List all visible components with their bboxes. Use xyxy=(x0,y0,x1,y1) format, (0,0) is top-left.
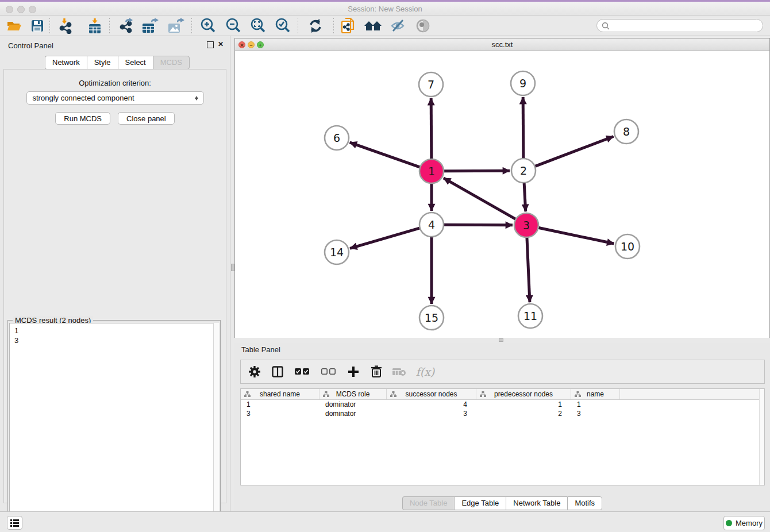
open-session-icon[interactable] xyxy=(5,18,24,34)
clear-table-icon xyxy=(392,365,406,379)
table-scrollbar[interactable] xyxy=(759,389,764,485)
delete-icon[interactable] xyxy=(369,365,383,379)
add-icon[interactable] xyxy=(346,365,360,379)
export-image-icon[interactable] xyxy=(167,18,186,34)
zoom-in-icon[interactable] xyxy=(198,18,218,34)
table-cell[interactable]: dominator xyxy=(319,400,387,409)
home-icon[interactable] xyxy=(363,18,383,34)
list-icon xyxy=(10,519,19,527)
node-label-9: 9 xyxy=(519,77,526,90)
task-history-button[interactable] xyxy=(7,516,22,530)
zoom-out-icon[interactable] xyxy=(224,18,243,34)
table-cell[interactable]: 1 xyxy=(571,400,620,409)
memory-label: Memory xyxy=(736,519,763,527)
network-window-titlebar[interactable]: ✕ − + scc.txt xyxy=(235,38,769,51)
close-panel-button[interactable]: Close panel xyxy=(118,112,175,125)
export-network-icon[interactable] xyxy=(116,18,136,34)
edge-1-6[interactable] xyxy=(350,142,421,167)
application-window: Session: New Session xyxy=(0,0,770,532)
toolbar-separator xyxy=(109,18,110,34)
titlebar: Session: New Session xyxy=(0,0,770,16)
tab-mcds[interactable]: MCDS xyxy=(153,56,190,70)
close-panel-icon[interactable]: ✕ xyxy=(217,41,224,48)
float-panel-icon[interactable] xyxy=(207,41,214,48)
table-row[interactable]: 1dominator411 xyxy=(241,400,764,409)
edge-3-11[interactable] xyxy=(527,237,530,302)
deselect-all-icon[interactable] xyxy=(320,365,337,379)
tab-edge-table[interactable]: Edge Table xyxy=(454,496,506,510)
table-cell[interactable]: 1 xyxy=(476,400,571,409)
column-header-predecessor-nodes[interactable]: predecessor nodes xyxy=(476,389,571,399)
node-label-4: 4 xyxy=(428,218,435,231)
column-header-name[interactable]: name xyxy=(571,389,620,399)
zoom-selected-icon[interactable] xyxy=(273,18,292,34)
search-field[interactable] xyxy=(596,19,763,32)
tab-select[interactable]: Select xyxy=(118,56,153,70)
network-canvas[interactable]: 1234678910111415 xyxy=(235,51,769,338)
table-panel-tabs: Node TableEdge TableNetwork TableMotifs xyxy=(234,496,770,510)
columns-icon[interactable] xyxy=(271,365,284,379)
edge-2-3[interactable] xyxy=(524,183,526,211)
table-cell[interactable]: 3 xyxy=(241,409,319,418)
import-network-icon[interactable] xyxy=(56,18,76,34)
edge-1-2[interactable] xyxy=(444,171,510,171)
edge-4-3[interactable] xyxy=(444,225,513,225)
optimization-criterion-label: Optimization criterion: xyxy=(4,79,226,87)
splitter-handle[interactable] xyxy=(499,338,503,342)
hide-panel-icon[interactable] xyxy=(388,18,408,34)
column-header-MCDS-role[interactable]: MCDS role xyxy=(319,389,387,399)
export-table-icon[interactable] xyxy=(141,18,160,34)
gear-icon[interactable] xyxy=(248,365,261,379)
tab-network[interactable]: Network xyxy=(45,56,87,70)
mcds-result-list[interactable]: 1 3 xyxy=(9,323,219,532)
edge-2-8[interactable] xyxy=(535,137,614,167)
edge-3-10[interactable] xyxy=(538,228,614,244)
node-label-1: 1 xyxy=(428,165,435,178)
main-toolbar xyxy=(0,16,770,36)
table-panel-title: Table Panel xyxy=(241,345,280,354)
table-cell[interactable]: 2 xyxy=(476,409,571,418)
result-scrollbar[interactable] xyxy=(213,323,219,532)
edge-2-9[interactable] xyxy=(523,97,523,159)
zoom-fit-icon[interactable] xyxy=(248,18,268,34)
table-cell[interactable]: 3 xyxy=(571,409,620,418)
table-cell[interactable]: 1 xyxy=(241,400,319,409)
node-label-6: 6 xyxy=(333,132,340,144)
run-mcds-button[interactable]: Run MCDS xyxy=(55,112,110,125)
table-cell[interactable]: 4 xyxy=(387,400,476,409)
criterion-select[interactable]: strongly connected component xyxy=(26,91,204,105)
memory-status-icon xyxy=(726,520,732,526)
search-input[interactable] xyxy=(610,22,763,30)
tab-motifs[interactable]: Motifs xyxy=(567,496,602,510)
mcds-result-group: MCDS result (2 nodes) 1 3 xyxy=(7,320,221,532)
tab-network-table[interactable]: Network Table xyxy=(506,496,567,510)
table-cell[interactable]: dominator xyxy=(319,409,387,418)
edge-4-14[interactable] xyxy=(350,228,420,248)
function-icon: f(x) xyxy=(415,365,435,379)
table-toolbar: f(x) xyxy=(240,360,765,384)
edge-1-7[interactable] xyxy=(431,98,432,159)
show-panel-icon[interactable] xyxy=(414,18,433,34)
sort-icon xyxy=(480,391,486,398)
column-header-successor-nodes[interactable]: successor nodes xyxy=(387,389,476,399)
node-label-3: 3 xyxy=(523,219,530,232)
toolbar-separator xyxy=(49,18,50,34)
manage-networks-icon[interactable] xyxy=(339,18,359,34)
edge-3-1[interactable] xyxy=(444,178,516,219)
refresh-icon[interactable] xyxy=(306,18,325,34)
node-label-11: 11 xyxy=(523,310,537,322)
vertical-splitter[interactable] xyxy=(230,36,234,511)
table-panel: Table Panel ✕ f(x) xyxy=(234,343,770,511)
network-graph[interactable]: 1234678910111415 xyxy=(235,51,769,338)
select-all-icon[interactable] xyxy=(294,365,311,379)
memory-button[interactable]: Memory xyxy=(723,516,765,530)
import-table-icon[interactable] xyxy=(85,18,105,34)
tab-style[interactable]: Style xyxy=(87,56,118,70)
column-header-shared-name[interactable]: shared name xyxy=(241,389,319,399)
save-session-icon[interactable] xyxy=(28,18,47,34)
table-cell[interactable]: 3 xyxy=(387,409,476,418)
tab-node-table[interactable]: Node Table xyxy=(402,496,455,510)
horizontal-splitter[interactable] xyxy=(234,338,770,343)
node-table[interactable]: shared nameMCDS rolesuccessor nodesprede… xyxy=(240,388,765,485)
table-row[interactable]: 3dominator323 xyxy=(241,409,764,418)
